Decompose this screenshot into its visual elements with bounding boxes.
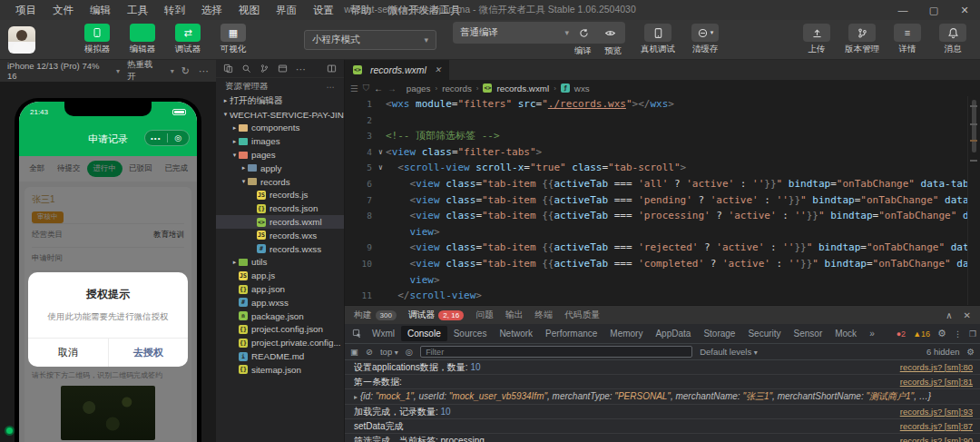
panel-tab-输出[interactable]: 输出 bbox=[505, 309, 524, 321]
toolbar-button-真机调试[interactable]: 真机调试 bbox=[638, 24, 678, 55]
close-icon[interactable]: ✕ bbox=[435, 65, 442, 74]
kebab-menu-icon[interactable]: ⋮ bbox=[954, 329, 962, 339]
toolbar-button-消息[interactable]: 消息 bbox=[933, 24, 973, 55]
tree-item-README.md[interactable]: iREADME.md bbox=[216, 349, 344, 363]
fold-chevron-icon[interactable]: ∨ bbox=[376, 144, 386, 161]
menu-文件[interactable]: 文件 bbox=[46, 2, 80, 19]
menu-工具[interactable]: 工具 bbox=[121, 2, 154, 19]
code-line[interactable]: 9 <view class="tab-item {{activeTab === … bbox=[345, 240, 980, 256]
bookmark-icon[interactable]: ⛉ bbox=[363, 83, 369, 93]
code-line[interactable]: 2 bbox=[345, 113, 980, 129]
forward-arrow-icon[interactable]: → bbox=[387, 83, 397, 93]
devtools-tab-Performance[interactable]: Performance bbox=[539, 326, 603, 341]
menu-icon[interactable]: ☰ bbox=[350, 83, 358, 93]
maximize-button[interactable]: ▢ bbox=[918, 0, 949, 20]
编译-button[interactable] bbox=[578, 27, 590, 39]
code-line[interactable]: 3<!-- 顶部筛选标签 --> bbox=[345, 128, 980, 144]
console-message[interactable]: 第一条数据:records.js? [sm]:81 bbox=[345, 375, 980, 389]
panel-tab-问题[interactable]: 问题 bbox=[475, 309, 494, 321]
close-circle-icon[interactable]: ◎ bbox=[168, 133, 190, 142]
tree-item-pages[interactable]: ▾pages bbox=[216, 148, 344, 162]
devtools-tab-Wxml[interactable]: Wxml bbox=[366, 326, 401, 341]
avatar[interactable] bbox=[8, 26, 35, 54]
code-area[interactable]: 1<wxs module="filters" src="./records.wx… bbox=[345, 96, 980, 305]
devtools-tab-»[interactable]: » bbox=[863, 326, 881, 341]
toolbar-button-可视化[interactable]: ▦可视化 bbox=[213, 24, 253, 55]
levels-select[interactable]: Default levels ▾ bbox=[700, 347, 758, 357]
expand-arrow-icon[interactable]: ▸ bbox=[354, 393, 358, 401]
console-message[interactable]: ▸{id: "mock_1", userId: "mock_user_vb593… bbox=[345, 389, 980, 405]
source-link[interactable]: records.js? [sm]:90 bbox=[900, 436, 973, 442]
devtools-tab-AppData[interactable]: AppData bbox=[649, 326, 697, 341]
cancel-button[interactable]: 取消 bbox=[28, 339, 109, 367]
collapse-panel-icon[interactable]: ∧ bbox=[946, 310, 952, 320]
toolbar-button-上传[interactable]: 上传 bbox=[797, 24, 837, 55]
breadcrumb-item[interactable]: records.wxml bbox=[496, 83, 549, 93]
menu-选择[interactable]: 选择 bbox=[195, 2, 229, 19]
tree-item-apply[interactable]: ▸apply bbox=[216, 162, 344, 175]
code-line[interactable]: 10 <view class="tab-item {{activeTab ===… bbox=[345, 256, 980, 272]
devtools-tab-Security[interactable]: Security bbox=[741, 326, 787, 341]
close-button[interactable]: ✕ bbox=[949, 0, 980, 20]
tree-item-project.private.config...[interactable]: {}project.private.config... bbox=[216, 336, 344, 349]
tree-item-records.wxss[interactable]: #records.wxss bbox=[216, 242, 344, 256]
devtools-tab-Memory[interactable]: Memory bbox=[603, 326, 649, 341]
close-panel-icon[interactable]: ✕ bbox=[964, 310, 971, 320]
breadcrumb-item[interactable]: wxs bbox=[574, 83, 590, 93]
code-line[interactable]: 5∨ <scroll-view scroll-x="true" class="t… bbox=[345, 160, 980, 176]
panel-tab-调试器[interactable]: 调试器2, 16 bbox=[408, 309, 464, 321]
devtools-tab-Network[interactable]: Network bbox=[493, 326, 539, 341]
预览-button[interactable] bbox=[604, 27, 616, 39]
gear-icon[interactable]: ⚙ bbox=[937, 328, 946, 339]
tree-item-app.wxss[interactable]: #app.wxss bbox=[216, 296, 344, 309]
devtools-tab-Console[interactable]: Console bbox=[401, 326, 447, 341]
tree-item-package.json[interactable]: npackage.json bbox=[216, 309, 344, 323]
code-line[interactable]: 8 <view class="tab-item {{activeTab === … bbox=[345, 208, 980, 224]
popout-icon[interactable]: ❐ bbox=[969, 329, 976, 339]
filter-input[interactable]: Filter bbox=[420, 346, 692, 358]
tree-item-images[interactable]: ▸images bbox=[216, 134, 344, 148]
devtools-tab-Sensor[interactable]: Sensor bbox=[788, 326, 829, 341]
code-line[interactable]: 11 </scroll-view> bbox=[345, 288, 980, 304]
clear-console-icon[interactable]: ⊘ bbox=[366, 347, 373, 357]
toolbar-button-详情[interactable]: ≡详情 bbox=[887, 24, 927, 55]
more-icon[interactable]: ⋯ bbox=[327, 82, 336, 92]
tree-item-records[interactable]: ▾records bbox=[216, 175, 344, 189]
source-link[interactable]: records.js? [sm]:87 bbox=[900, 421, 973, 432]
menu-项目[interactable]: 项目 bbox=[9, 2, 43, 19]
gear-icon[interactable]: ⚙ bbox=[966, 347, 975, 357]
tree-item-records.js[interactable]: JSrecords.js bbox=[216, 189, 344, 202]
menu-转到[interactable]: 转到 bbox=[158, 2, 191, 19]
tree-item-app.json[interactable]: {}app.json bbox=[216, 282, 344, 296]
menu-编辑[interactable]: 编辑 bbox=[83, 2, 117, 19]
source-link[interactable]: records.js? [sm]:93 bbox=[900, 407, 973, 417]
split-icon[interactable] bbox=[327, 64, 337, 74]
panel-tab-构建[interactable]: 构建300 bbox=[354, 309, 397, 321]
docs-icon[interactable] bbox=[223, 64, 233, 74]
back-arrow-icon[interactable]: ← bbox=[374, 83, 383, 93]
breadcrumb-item[interactable]: pages bbox=[407, 83, 431, 93]
context-select[interactable]: top ▾ bbox=[380, 347, 398, 357]
console-message[interactable]: 筛选完成，当前标签: processingrecords.js? [sm]:90 bbox=[345, 434, 980, 442]
tree-item-components[interactable]: ▸components bbox=[216, 122, 344, 135]
authorize-button[interactable]: 去授权 bbox=[109, 339, 189, 367]
hot-reload-toggle[interactable]: 热重载 开 bbox=[127, 59, 163, 83]
tree-item-WECHAT-SERVICE-PAY-JINJIAN-...[interactable]: ▾WECHAT-SERVICE-PAY-JINJIAN-... bbox=[216, 108, 344, 122]
menu-界面[interactable]: 界面 bbox=[270, 2, 303, 19]
code-line[interactable]: 6 <view class="tab-item {{activeTab === … bbox=[345, 176, 980, 192]
help-indicator[interactable] bbox=[5, 426, 15, 436]
tree-item-utils[interactable]: ▸utils bbox=[216, 256, 344, 270]
console-message[interactable]: 设置applications数据，数量: 10records.js? [sm]:… bbox=[345, 360, 980, 375]
eye-icon[interactable]: ◎ bbox=[406, 347, 413, 357]
branch-icon[interactable] bbox=[260, 64, 270, 74]
minimize-button[interactable]: — bbox=[887, 0, 918, 20]
toolbar-button-模拟器[interactable]: 模拟器 bbox=[77, 24, 117, 55]
toolbar-button-调试器[interactable]: ⇄调试器 bbox=[168, 24, 208, 55]
tree-item-sitemap.json[interactable]: {}sitemap.json bbox=[216, 363, 344, 377]
compile-mode-select[interactable]: 普通编译▾ bbox=[456, 23, 573, 43]
tree-item-records.wxml[interactable]: <>records.wxml bbox=[216, 215, 344, 229]
code-line[interactable]: view> bbox=[345, 272, 980, 289]
code-line[interactable]: view> bbox=[345, 224, 980, 241]
more-icon[interactable]: ⋯ bbox=[199, 65, 209, 77]
tree-item-project.config.json[interactable]: {}project.config.json bbox=[216, 323, 344, 337]
